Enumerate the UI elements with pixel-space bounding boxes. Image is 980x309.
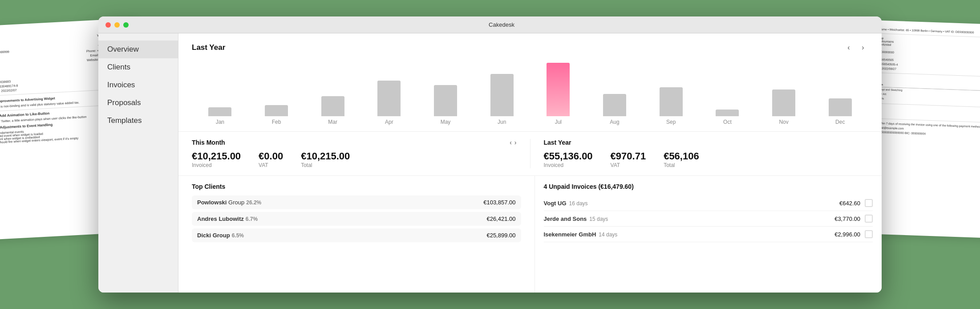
bar-label-mar: Mar [328, 119, 337, 125]
this-month-total: €10,215.00 Total [301, 150, 350, 168]
bar-jan [208, 107, 231, 116]
this-month-invoiced-value: €10,215.00 [192, 150, 241, 162]
last-year-vat-label: VAT [611, 162, 646, 168]
bar-label-may: May [441, 119, 451, 125]
this-month-vat-value: €0.00 [259, 150, 283, 162]
invoice-client-info: Vogt UG16 days [544, 199, 588, 207]
close-button[interactable] [105, 22, 111, 28]
bar-nov [772, 89, 795, 116]
sidebar-item-proposals[interactable]: Proposals [98, 94, 178, 112]
this-month-nav: ‹ › [510, 139, 516, 146]
maximize-button[interactable] [123, 22, 129, 28]
sidebar-item-templates[interactable]: Templates [98, 112, 178, 130]
this-month-next-button[interactable]: › [514, 139, 517, 146]
sidebar-item-overview[interactable]: Overview [98, 41, 178, 58]
invoice-days: 15 days [589, 216, 608, 222]
chart-month-oct: Oct [699, 58, 756, 125]
traffic-lights [105, 22, 129, 28]
this-month-prev-button[interactable]: ‹ [510, 139, 512, 146]
bar-label-nov: Nov [779, 119, 788, 125]
right-doc-client: Crooks GroupBernadette Mountains89037 Lu… [865, 36, 980, 53]
chart-month-jun: Jun [474, 58, 530, 125]
mac-window: Cakedesk Overview Clients Invoices Propo… [98, 16, 882, 293]
bar-feb [265, 105, 288, 116]
window-body: Overview Clients Invoices Proposals Temp… [98, 33, 882, 293]
left-doc-item1-title: 1. Widget: Add Animation to Like-Button [0, 111, 49, 119]
unpaid-invoices-title: 4 Unpaid Invoices (€16,479.60) [544, 183, 873, 190]
last-year-stats: €55,136.00 Invoiced €970.71 VAT €56,106 … [544, 150, 869, 168]
client-name: Andres Lubowitz6.7% [197, 215, 258, 222]
right-doc-clientid: Client ID: 1656540505 [865, 57, 980, 65]
bar-jul [547, 63, 570, 116]
this-month-total-label: Total [301, 162, 350, 168]
bar-label-jul: Jul [555, 119, 562, 125]
bar-aug [603, 94, 626, 116]
chart-next-button[interactable]: › [858, 42, 868, 53]
last-year-invoiced-value: €55,136.00 [544, 150, 593, 162]
last-year-total-value: €56,106 [664, 150, 699, 162]
bar-jun [490, 74, 514, 116]
invoice-amount: €2,996.00 [834, 231, 860, 238]
chart-month-nov: Nov [756, 58, 812, 125]
top-clients-section: Top Clients Powlowski Group26.2%€103,857… [178, 176, 535, 293]
invoice-right: €642.60 [839, 199, 873, 207]
invoice-client-info: Isekenmeier GmbH14 days [544, 230, 618, 238]
last-year-vat: €970.71 VAT [611, 150, 646, 168]
client-row[interactable]: Dicki Group6.5%€25,899.00 [192, 228, 521, 242]
bar-label-jun: Jun [498, 119, 506, 125]
this-month-vat: €0.00 VAT [259, 150, 283, 168]
chart-month-may: May [417, 58, 474, 125]
this-month-group: This Month ‹ › €10,215.00 Invoiced €0.00 [192, 139, 517, 168]
chart-section: Last Year ‹ › JanFebMarAprMayJunJulAugSe… [178, 33, 882, 132]
bar-label-jan: Jan [216, 119, 224, 125]
invoice-status-checkbox[interactable] [865, 230, 873, 238]
this-month-stats: €10,215.00 Invoiced €0.00 VAT €10,215.00… [192, 150, 517, 168]
bottom-section: Top Clients Powlowski Group26.2%€103,857… [178, 176, 882, 293]
this-month-vat-label: VAT [259, 162, 283, 168]
invoice-amount: €3,770.00 [834, 215, 860, 222]
last-year-invoiced-label: Invoiced [544, 162, 593, 168]
sidebar: Overview Clients Invoices Proposals Temp… [98, 33, 178, 293]
minimize-button[interactable] [114, 22, 120, 28]
chart-header: Last Year ‹ › [192, 42, 868, 53]
invoice-status-checkbox[interactable] [865, 215, 873, 223]
client-row[interactable]: Powlowski Group26.2%€103,857.00 [192, 195, 521, 209]
app-title: Cakedesk [129, 21, 875, 28]
stats-section: This Month ‹ › €10,215.00 Invoiced €0.00 [178, 132, 882, 176]
sidebar-item-invoices[interactable]: Invoices [98, 76, 178, 94]
client-amount: €25,899.00 [486, 232, 515, 239]
invoice-amount: €642.60 [839, 200, 860, 207]
invoice-status-checkbox[interactable] [865, 199, 873, 207]
last-year-invoiced: €55,136.00 Invoiced [544, 150, 593, 168]
chart-title: Last Year [192, 43, 225, 52]
chart-month-jul: Jul [530, 58, 587, 125]
top-clients-title: Top Clients [192, 183, 521, 190]
invoice-row[interactable]: Vogt UG16 days€642.60 [544, 195, 873, 211]
main-content: Last Year ‹ › JanFebMarAprMayJunJulAugSe… [178, 33, 882, 293]
chart-month-apr: Apr [361, 58, 417, 125]
chart-bars: JanFebMarAprMayJunJulAugSepOctNovDec [192, 60, 868, 127]
invoice-row[interactable]: Isekenmeier GmbH14 days€2,996.00 [544, 227, 873, 242]
invoice-client-name: Vogt UG [544, 200, 567, 207]
last-year-total: €56,106 Total [664, 150, 699, 168]
last-year-title: Last Year [544, 139, 571, 146]
this-month-invoiced: €10,215.00 Invoiced [192, 150, 241, 168]
bar-oct [716, 110, 739, 116]
right-doc-header: Company Name • Weichselstr. 65 • 10999 B… [866, 27, 980, 35]
bar-label-feb: Feb [272, 119, 281, 125]
invoice-right: €3,770.00 [834, 215, 873, 223]
invoice-row[interactable]: Jerde and Sons15 days€3,770.00 [544, 211, 873, 227]
chart-prev-button[interactable]: ‹ [843, 42, 854, 53]
chart-month-aug: Aug [587, 58, 643, 125]
chart-month-feb: Feb [248, 58, 305, 125]
this-month-invoiced-label: Invoiced [192, 162, 241, 168]
invoices-list: Vogt UG16 days€642.60Jerde and Sons15 da… [544, 195, 873, 242]
right-doc-invoiceid: Invoice ID: 1656540505-4 [865, 62, 980, 70]
bar-label-sep: Sep [666, 119, 676, 125]
client-row[interactable]: Andres Lubowitz6.7%€26,421.00 [192, 212, 521, 226]
stats-divider [530, 139, 530, 168]
left-doc-item2-title: 2. Widget: Adjustments to Event Handling [0, 123, 53, 130]
chart-month-mar: Mar [304, 58, 361, 125]
chart-month-sep: Sep [643, 58, 699, 125]
sidebar-item-clients[interactable]: Clients [98, 58, 178, 76]
